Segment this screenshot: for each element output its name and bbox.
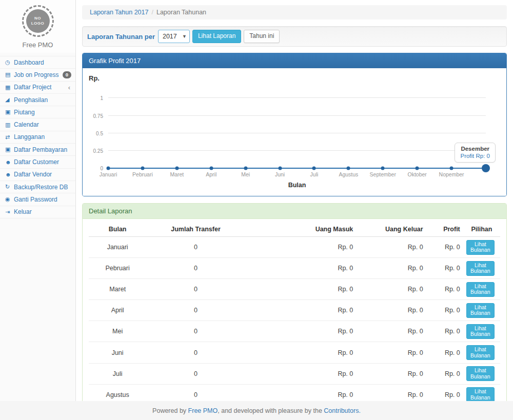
gridline xyxy=(108,97,486,98)
sidebar-item-daftar-customer[interactable]: ☻Daftar Customer xyxy=(0,156,75,168)
view-monthly-button[interactable]: Lihat Bulanan xyxy=(466,324,495,339)
view-monthly-button[interactable]: Lihat Bulanan xyxy=(466,261,495,276)
logo-text-line2: LOGO xyxy=(31,21,45,26)
sidebar-item-daftar-project[interactable]: ▦Daftar Project‹ xyxy=(0,82,75,94)
money-icon: ▣ xyxy=(5,146,14,153)
sidebar-item-calendar[interactable]: ▥Calendar xyxy=(0,118,75,131)
sidebar-item-label: Penghasilan xyxy=(14,96,71,104)
data-point-juli[interactable] xyxy=(312,167,316,170)
sidebar-item-daftar-pembayaran[interactable]: ▣Daftar Pembayaran xyxy=(0,144,75,156)
table-cell: Rp. 0 xyxy=(245,258,357,279)
sidebar-item-piutang[interactable]: ▣Piutang xyxy=(0,106,75,118)
sidebar-item-label: Daftar Vendor xyxy=(14,171,71,178)
x-tick-label: Juli xyxy=(310,171,319,177)
main-content: Laporan Tahun 2017/Laporan Tahunan Lapor… xyxy=(76,0,513,401)
detail-report-panel: Detail Laporan BulanJumlah TransferUang … xyxy=(82,203,507,420)
table-cell: Rp. 0 xyxy=(356,258,426,279)
table-cell: Rp. 0 xyxy=(356,342,426,363)
view-monthly-button[interactable]: Lihat Bulanan xyxy=(466,387,495,402)
profit-chart-panel: Grafik Profit 2017 Rp. 00.250.50.751 Des… xyxy=(82,53,507,196)
sidebar-item-label: Daftar Customer xyxy=(14,158,71,166)
view-monthly-button[interactable]: Lihat Bulanan xyxy=(466,282,495,297)
count-badge: 0 xyxy=(63,71,71,78)
y-tick-label: 1 xyxy=(100,95,103,101)
table-cell: Juni xyxy=(89,342,146,363)
sidebar-item-job-on-progress[interactable]: ▤Job on Progress0 xyxy=(0,69,75,81)
year-select[interactable]: 2017 xyxy=(158,30,190,43)
sidebar-item-keluar[interactable]: ⇥Keluar xyxy=(0,206,75,218)
dashboard-icon: ◷ xyxy=(5,59,14,66)
page: NO LOGO Free PMO ◷Dashboard▤Job on Progr… xyxy=(0,0,513,420)
x-tick-label: Maret xyxy=(170,171,184,177)
data-point-desember[interactable] xyxy=(482,164,490,172)
table-icon: ▦ xyxy=(5,84,14,91)
sidebar-item-label: Job on Progress xyxy=(14,71,63,78)
table-cell: Rp. 0 xyxy=(245,363,357,384)
profit-chart-panel-title: Grafik Profit 2017 xyxy=(83,53,506,68)
view-monthly-button[interactable]: Lihat Bulanan xyxy=(466,240,495,255)
table-cell: Rp. 0 xyxy=(245,321,357,342)
x-tick-label: Juni xyxy=(275,171,285,177)
breadcrumb-separator: / xyxy=(151,9,153,16)
sidebar-item-penghasilan[interactable]: ◢Penghasilan xyxy=(0,94,75,106)
sidebar-item-backup-restore-db[interactable]: ↻Backup/Restore DB xyxy=(0,181,75,193)
sidebar-item-label: Ganti Password xyxy=(14,196,71,203)
data-point-september[interactable] xyxy=(381,167,385,170)
view-monthly-button[interactable]: Lihat Bulanan xyxy=(466,366,495,381)
data-point-pebruari[interactable] xyxy=(141,167,144,170)
view-monthly-button[interactable]: Lihat Bulanan xyxy=(466,303,495,318)
y-tick-label: 0.5 xyxy=(96,130,103,136)
table-cell: 0 xyxy=(146,237,245,258)
view-report-button[interactable]: Lihat Laporan xyxy=(192,30,241,43)
sidebar-item-label: Keluar xyxy=(14,208,71,215)
data-point-oktober[interactable] xyxy=(416,167,419,170)
chart-y-axis: 00.250.50.751 xyxy=(88,84,108,168)
tooltip-value: Profit Rp: 0 xyxy=(460,153,490,159)
sidebar: NO LOGO Free PMO ◷Dashboard▤Job on Progr… xyxy=(0,0,76,401)
logo-block: NO LOGO Free PMO xyxy=(0,0,75,53)
table-cell: Juli xyxy=(89,363,146,384)
x-tick-label: September xyxy=(370,171,396,177)
sidebar-item-ganti-password[interactable]: ◉Ganti Password xyxy=(0,193,75,206)
table-cell: 0 xyxy=(146,363,245,384)
table-row: Januari0Rp. 0Rp. 0Rp. 0Lihat Bulanan xyxy=(89,237,500,258)
data-point-januari[interactable] xyxy=(107,167,110,170)
sidebar-item-langganan[interactable]: ⇄Langganan xyxy=(0,131,75,144)
this-year-button[interactable]: Tahun ini xyxy=(244,30,280,43)
sidebar-item-dashboard[interactable]: ◷Dashboard xyxy=(0,56,75,69)
table-cell: Rp. 0 xyxy=(245,237,357,258)
table-header-row: BulanJumlah TransferUang MasukUang Kelua… xyxy=(89,222,500,237)
column-header: Uang Masuk xyxy=(245,222,357,237)
data-point-nopember[interactable] xyxy=(450,167,453,170)
footer-link-contributors[interactable]: Contributors. xyxy=(324,407,361,414)
data-point-juni[interactable] xyxy=(278,167,282,170)
column-header: Jumlah Transfer xyxy=(146,222,245,237)
table-cell: Rp. 0 xyxy=(426,279,463,300)
x-tick-label: Oktober xyxy=(407,171,426,177)
footer-text-middle: , and developed with pleasure by the xyxy=(218,407,324,414)
refresh-icon: ↻ xyxy=(5,184,14,190)
table-cell: 0 xyxy=(146,279,245,300)
sidebar-item-daftar-vendor[interactable]: ☻Daftar Vendor xyxy=(0,169,75,181)
table-cell: 0 xyxy=(146,258,245,279)
data-point-april[interactable] xyxy=(209,167,213,170)
profit-series-line xyxy=(108,168,486,169)
footer-text-prefix: Powered by xyxy=(152,407,188,414)
footer-link-free-pmo[interactable]: Free PMO xyxy=(188,407,218,414)
x-tick-label: Agustus xyxy=(339,171,358,177)
table-row: Mei0Rp. 0Rp. 0Rp. 0Lihat Bulanan xyxy=(89,321,500,342)
table-cell: 0 xyxy=(146,321,245,342)
gridline xyxy=(108,133,486,133)
data-point-maret[interactable] xyxy=(175,167,179,170)
report-filter-label: Laporan Tahunan per xyxy=(87,33,155,41)
no-logo-icon: NO LOGO xyxy=(22,5,54,37)
view-monthly-button[interactable]: Lihat Bulanan xyxy=(466,345,495,360)
sidebar-item-label: Dashboard xyxy=(14,59,71,66)
app-layout: NO LOGO Free PMO ◷Dashboard▤Job on Progr… xyxy=(0,0,513,401)
breadcrumb-link-laporan-tahun[interactable]: Laporan Tahun 2017 xyxy=(90,9,148,16)
data-point-mei[interactable] xyxy=(244,167,247,170)
chart-x-axis-title: Bulan xyxy=(88,182,501,189)
data-point-agustus[interactable] xyxy=(347,167,350,170)
table-row: Juni0Rp. 0Rp. 0Rp. 0Lihat Bulanan xyxy=(89,342,500,363)
table-cell: Rp. 0 xyxy=(245,342,357,363)
